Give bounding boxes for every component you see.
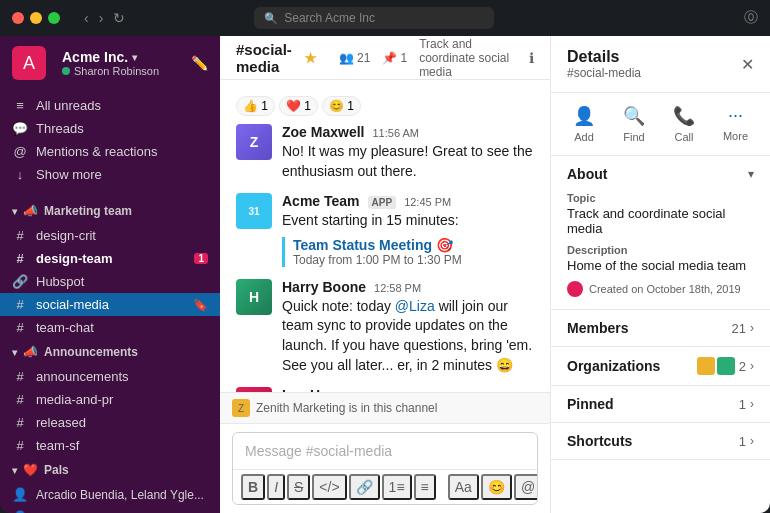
announcements-emoji-icon: 📣 [23,345,38,359]
reaction-heart[interactable]: ❤️ 1 [279,96,318,116]
sidebar-item-team-chat[interactable]: # team-chat [0,316,220,339]
sidebar-item-design-team[interactable]: # design-team 1 [0,247,220,270]
app-badge: APP [368,196,397,209]
italic-button[interactable]: I [267,474,285,500]
main-layout: A Acme Inc. ▾ Sharon Robinson ✏️ ≡ Al [0,36,770,513]
sidebar-item-show-more[interactable]: ↓ Show more [0,163,220,186]
sidebar-item-mentions[interactable]: @ Mentions & reactions [0,140,220,163]
text-style-button[interactable]: Aa [448,474,479,500]
sidebar-item-social-media[interactable]: # social-media 🔖 [0,293,220,316]
meeting-time: Today from 1:00 PM to 1:30 PM [293,253,534,267]
code-button[interactable]: </> [312,474,346,500]
members-row[interactable]: Members 21 › [551,310,770,347]
channel-hash-icon: # [12,251,28,266]
reaction-thumbs-up[interactable]: 👍 1 [236,96,275,116]
sidebar-section-pals[interactable]: ▾ ❤️ Pals [0,457,220,483]
person-icon: 👥 [339,51,354,65]
emoji-button[interactable]: 😊 [481,474,512,500]
star-icon[interactable]: ★ [304,50,317,66]
help-button[interactable]: ⓪ [744,9,758,27]
sidebar-nav-section: ≡ All unreads 💬 Threads @ Mentions & rea… [0,90,220,190]
org-avatar-2 [717,357,735,375]
traffic-lights [12,12,60,24]
sidebar-item-hubspot[interactable]: 🔗 Hubspot [0,270,220,293]
sidebar-item-florence[interactable]: 👤 Florence Garret [0,506,220,513]
find-button[interactable]: 🔍 Find [623,105,645,143]
close-traffic-light[interactable] [12,12,24,24]
channel-meta: 👥 21 📌 1 Track and coordinate social med… [339,37,519,79]
msg-time: 12:58 PM [374,282,421,294]
details-actions: 👤 Add 🔍 Find 📞 Call ··· More [551,93,770,156]
msg-header-acme: Acme Team APP 12:45 PM [282,193,534,209]
titlebar: ‹ › ↻ 🔍 Search Acme Inc ⓪ [0,0,770,36]
hubspot-icon: 🔗 [12,274,28,289]
list-unordered-button[interactable]: ≡ [414,474,436,500]
sidebar-item-all-unreads[interactable]: ≡ All unreads [0,94,220,117]
about-section: About ▾ Topic Track and coordinate socia… [551,156,770,310]
refresh-button[interactable]: ↻ [113,10,125,26]
sidebar-section-announcements[interactable]: ▾ 📣 Announcements [0,339,220,365]
sidebar-item-announcements[interactable]: # announcements [0,365,220,388]
topic-value: Track and coordinate social media [567,206,754,236]
channel-hash-icon: # [12,228,28,243]
call-icon: 📞 [673,105,695,127]
organizations-label: Organizations [567,358,660,374]
about-section-header[interactable]: About ▾ [551,156,770,192]
minimize-traffic-light[interactable] [30,12,42,24]
channel-hash-icon: # [12,320,28,335]
organizations-row[interactable]: Organizations 2 › [551,347,770,386]
pinned-label: Pinned [567,396,614,412]
zenith-text: Zenith Marketing is in this channel [256,401,437,415]
pinned-count-area: 1 › [739,397,754,412]
add-member-button[interactable]: 👤 Add [573,105,595,143]
about-chevron-icon: ▾ [748,167,754,181]
msg-text: Event starting in 15 minutes: [282,211,534,231]
members-arrow-icon: › [750,321,754,335]
avatar-zoe: Z [236,124,272,160]
channel-hash-icon: # [12,438,28,453]
search-placeholder: Search Acme Inc [284,11,375,25]
details-subtitle: #social-media [567,66,641,80]
msg-author: Acme Team [282,193,360,209]
sidebar-item-media-and-pr[interactable]: # media-and-pr [0,388,220,411]
show-more-icon: ↓ [12,167,28,182]
msg-content-zoe: Zoe Maxwell 11:56 AM No! It was my pleas… [282,124,534,181]
link-button[interactable]: 🔗 [349,474,380,500]
avatar-harry: H [236,279,272,315]
at-mention-button[interactable]: @ [514,474,538,500]
mentions-icon: @ [12,144,28,159]
sidebar-item-released[interactable]: # released [0,411,220,434]
msg-content-harry: Harry Boone 12:58 PM Quick note: today @… [282,279,534,375]
bold-button[interactable]: B [241,474,265,500]
forward-button[interactable]: › [99,10,104,26]
global-search[interactable]: 🔍 Search Acme Inc [254,7,494,29]
sidebar-item-design-crit[interactable]: # design-crit [0,224,220,247]
back-button[interactable]: ‹ [84,10,89,26]
reaction-smile[interactable]: 😊 1 [322,96,361,116]
strikethrough-button[interactable]: S [287,474,310,500]
msg-author: Harry Boone [282,279,366,295]
sidebar-item-arcadio[interactable]: 👤 Arcadio Buendia, Leland Ygle... [0,483,220,506]
maximize-traffic-light[interactable] [48,12,60,24]
shortcuts-row[interactable]: Shortcuts 1 › [551,423,770,460]
sidebar-item-team-sf[interactable]: # team-sf [0,434,220,457]
pinned-row[interactable]: Pinned 1 › [551,386,770,423]
pinned-arrow-icon: › [750,397,754,411]
more-button[interactable]: ··· More [723,105,748,143]
members-count-area: 21 › [732,321,754,336]
msg-author: Zoe Maxwell [282,124,364,140]
info-button[interactable]: ℹ [529,50,534,66]
call-button[interactable]: 📞 Call [673,105,695,143]
list-ordered-button[interactable]: 1≡ [382,474,412,500]
details-close-button[interactable]: ✕ [741,55,754,74]
find-label: Find [623,131,644,143]
desc-label: Description [567,244,754,256]
avatar-acme: 31 [236,193,272,229]
workspace-name[interactable]: Acme Inc. ▾ [62,49,159,65]
sidebar-item-threads[interactable]: 💬 Threads [0,117,220,140]
compose-button[interactable]: ✏️ [191,55,208,71]
shortcuts-arrow-icon: › [750,434,754,448]
sidebar-section-marketing[interactable]: ▾ 📣 Marketing team [0,198,220,224]
threads-icon: 💬 [12,121,28,136]
message-input[interactable]: Message #social-media [233,433,537,469]
